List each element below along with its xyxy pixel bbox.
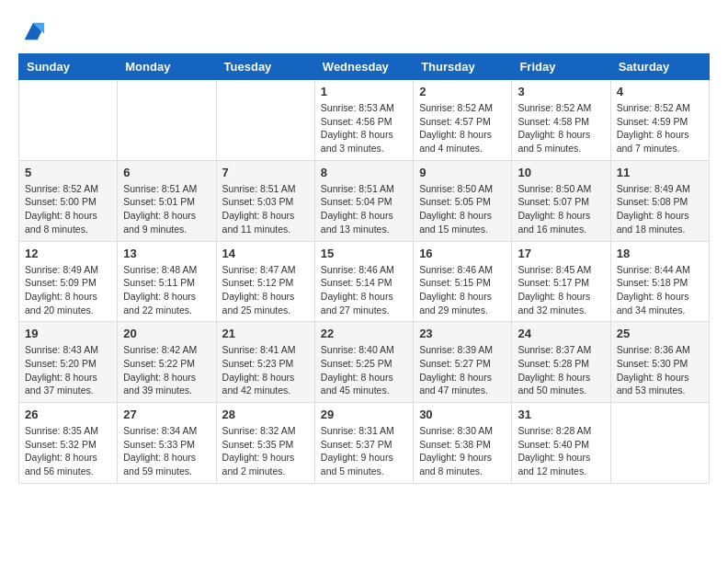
calendar-cell: 18Sunrise: 8:44 AMSunset: 5:18 PMDayligh… (610, 241, 709, 322)
calendar-week-row: 5Sunrise: 8:52 AMSunset: 5:00 PMDaylight… (19, 160, 710, 241)
calendar-cell: 26Sunrise: 8:35 AMSunset: 5:32 PMDayligh… (19, 403, 118, 484)
calendar-cell: 28Sunrise: 8:32 AMSunset: 5:35 PMDayligh… (216, 403, 314, 484)
calendar-cell: 10Sunrise: 8:50 AMSunset: 5:07 PMDayligh… (512, 160, 610, 241)
calendar-cell (216, 80, 314, 161)
cell-content: Sunrise: 8:51 AMSunset: 5:04 PMDaylight:… (321, 182, 407, 236)
day-number: 19 (25, 327, 111, 340)
calendar-cell: 13Sunrise: 8:48 AMSunset: 5:11 PMDayligh… (118, 241, 216, 322)
cell-content: Sunrise: 8:52 AMSunset: 4:57 PMDaylight:… (419, 101, 506, 155)
calendar-cell: 17Sunrise: 8:45 AMSunset: 5:17 PMDayligh… (512, 241, 610, 322)
calendar-week-row: 12Sunrise: 8:49 AMSunset: 5:09 PMDayligh… (19, 241, 710, 322)
calendar-cell: 14Sunrise: 8:47 AMSunset: 5:12 PMDayligh… (216, 241, 314, 322)
day-number: 30 (419, 408, 506, 421)
cell-content: Sunrise: 8:42 AMSunset: 5:22 PMDaylight:… (123, 343, 210, 397)
cell-content: Sunrise: 8:44 AMSunset: 5:18 PMDaylight:… (617, 263, 703, 317)
weekday-header: Tuesday (216, 54, 314, 80)
calendar-week-row: 1Sunrise: 8:53 AMSunset: 4:56 PMDaylight… (19, 80, 710, 161)
calendar-cell: 8Sunrise: 8:51 AMSunset: 5:04 PMDaylight… (314, 160, 413, 241)
calendar-cell (118, 80, 216, 161)
cell-content: Sunrise: 8:52 AMSunset: 5:00 PMDaylight:… (25, 182, 111, 236)
day-number: 7 (222, 166, 309, 179)
page-header (18, 18, 710, 44)
calendar-cell: 1Sunrise: 8:53 AMSunset: 4:56 PMDaylight… (314, 80, 413, 161)
day-number: 31 (518, 408, 604, 421)
calendar-cell: 24Sunrise: 8:37 AMSunset: 5:28 PMDayligh… (512, 322, 610, 403)
cell-content: Sunrise: 8:43 AMSunset: 5:20 PMDaylight:… (25, 343, 111, 397)
cell-content: Sunrise: 8:52 AMSunset: 4:59 PMDaylight:… (617, 101, 703, 155)
day-number: 18 (617, 247, 703, 260)
cell-content: Sunrise: 8:30 AMSunset: 5:38 PMDaylight:… (419, 424, 506, 478)
calendar-cell: 29Sunrise: 8:31 AMSunset: 5:37 PMDayligh… (314, 403, 413, 484)
day-number: 2 (419, 85, 506, 98)
calendar-cell: 25Sunrise: 8:36 AMSunset: 5:30 PMDayligh… (610, 322, 709, 403)
calendar-cell: 9Sunrise: 8:50 AMSunset: 5:05 PMDaylight… (414, 160, 512, 241)
calendar-cell: 11Sunrise: 8:49 AMSunset: 5:08 PMDayligh… (610, 160, 709, 241)
calendar-cell: 6Sunrise: 8:51 AMSunset: 5:01 PMDaylight… (118, 160, 216, 241)
calendar-cell: 20Sunrise: 8:42 AMSunset: 5:22 PMDayligh… (118, 322, 216, 403)
cell-content: Sunrise: 8:53 AMSunset: 4:56 PMDaylight:… (321, 101, 407, 155)
calendar-cell: 23Sunrise: 8:39 AMSunset: 5:27 PMDayligh… (414, 322, 512, 403)
day-number: 13 (123, 247, 210, 260)
cell-content: Sunrise: 8:46 AMSunset: 5:14 PMDaylight:… (321, 263, 407, 317)
day-number: 25 (617, 327, 703, 340)
logo (18, 18, 46, 44)
calendar-cell: 27Sunrise: 8:34 AMSunset: 5:33 PMDayligh… (118, 403, 216, 484)
calendar-cell: 31Sunrise: 8:28 AMSunset: 5:40 PMDayligh… (512, 403, 610, 484)
day-number: 12 (25, 247, 111, 260)
calendar-cell: 16Sunrise: 8:46 AMSunset: 5:15 PMDayligh… (414, 241, 512, 322)
cell-content: Sunrise: 8:39 AMSunset: 5:27 PMDaylight:… (419, 343, 506, 397)
logo-icon (20, 18, 46, 44)
weekday-header: Monday (118, 54, 216, 80)
weekday-header: Saturday (610, 54, 709, 80)
day-number: 11 (617, 166, 703, 179)
weekday-header: Friday (512, 54, 610, 80)
cell-content: Sunrise: 8:49 AMSunset: 5:08 PMDaylight:… (617, 182, 703, 236)
cell-content: Sunrise: 8:50 AMSunset: 5:05 PMDaylight:… (419, 182, 506, 236)
weekday-header: Wednesday (314, 54, 413, 80)
cell-content: Sunrise: 8:50 AMSunset: 5:07 PMDaylight:… (518, 182, 604, 236)
cell-content: Sunrise: 8:35 AMSunset: 5:32 PMDaylight:… (25, 424, 111, 478)
calendar-cell: 5Sunrise: 8:52 AMSunset: 5:00 PMDaylight… (19, 160, 118, 241)
day-number: 24 (518, 327, 604, 340)
cell-content: Sunrise: 8:51 AMSunset: 5:01 PMDaylight:… (123, 182, 210, 236)
day-number: 6 (123, 166, 210, 179)
day-number: 29 (321, 408, 407, 421)
calendar-cell (19, 80, 118, 161)
calendar-cell: 7Sunrise: 8:51 AMSunset: 5:03 PMDaylight… (216, 160, 314, 241)
cell-content: Sunrise: 8:47 AMSunset: 5:12 PMDaylight:… (222, 263, 309, 317)
day-number: 26 (25, 408, 111, 421)
day-number: 16 (419, 247, 506, 260)
cell-content: Sunrise: 8:32 AMSunset: 5:35 PMDaylight:… (222, 424, 309, 478)
weekday-header: Sunday (19, 54, 118, 80)
cell-content: Sunrise: 8:48 AMSunset: 5:11 PMDaylight:… (123, 263, 210, 317)
calendar-cell: 3Sunrise: 8:52 AMSunset: 4:58 PMDaylight… (512, 80, 610, 161)
cell-content: Sunrise: 8:31 AMSunset: 5:37 PMDaylight:… (321, 424, 407, 478)
calendar-cell: 19Sunrise: 8:43 AMSunset: 5:20 PMDayligh… (19, 322, 118, 403)
cell-content: Sunrise: 8:41 AMSunset: 5:23 PMDaylight:… (222, 343, 309, 397)
calendar-week-row: 19Sunrise: 8:43 AMSunset: 5:20 PMDayligh… (19, 322, 710, 403)
calendar-header-row: SundayMondayTuesdayWednesdayThursdayFrid… (19, 54, 710, 80)
day-number: 27 (123, 408, 210, 421)
calendar-week-row: 26Sunrise: 8:35 AMSunset: 5:32 PMDayligh… (19, 403, 710, 484)
cell-content: Sunrise: 8:46 AMSunset: 5:15 PMDaylight:… (419, 263, 506, 317)
calendar-cell: 2Sunrise: 8:52 AMSunset: 4:57 PMDaylight… (414, 80, 512, 161)
calendar-table: SundayMondayTuesdayWednesdayThursdayFrid… (18, 53, 710, 484)
day-number: 10 (518, 166, 604, 179)
calendar-cell: 15Sunrise: 8:46 AMSunset: 5:14 PMDayligh… (314, 241, 413, 322)
day-number: 15 (321, 247, 407, 260)
day-number: 9 (419, 166, 506, 179)
day-number: 20 (123, 327, 210, 340)
day-number: 17 (518, 247, 604, 260)
day-number: 1 (321, 85, 407, 98)
calendar-cell (610, 403, 709, 484)
calendar-cell: 12Sunrise: 8:49 AMSunset: 5:09 PMDayligh… (19, 241, 118, 322)
cell-content: Sunrise: 8:51 AMSunset: 5:03 PMDaylight:… (222, 182, 309, 236)
day-number: 5 (25, 166, 111, 179)
day-number: 8 (321, 166, 407, 179)
cell-content: Sunrise: 8:45 AMSunset: 5:17 PMDaylight:… (518, 263, 604, 317)
cell-content: Sunrise: 8:28 AMSunset: 5:40 PMDaylight:… (518, 424, 604, 478)
day-number: 4 (617, 85, 703, 98)
cell-content: Sunrise: 8:40 AMSunset: 5:25 PMDaylight:… (321, 343, 407, 397)
calendar-cell: 22Sunrise: 8:40 AMSunset: 5:25 PMDayligh… (314, 322, 413, 403)
calendar-cell: 21Sunrise: 8:41 AMSunset: 5:23 PMDayligh… (216, 322, 314, 403)
